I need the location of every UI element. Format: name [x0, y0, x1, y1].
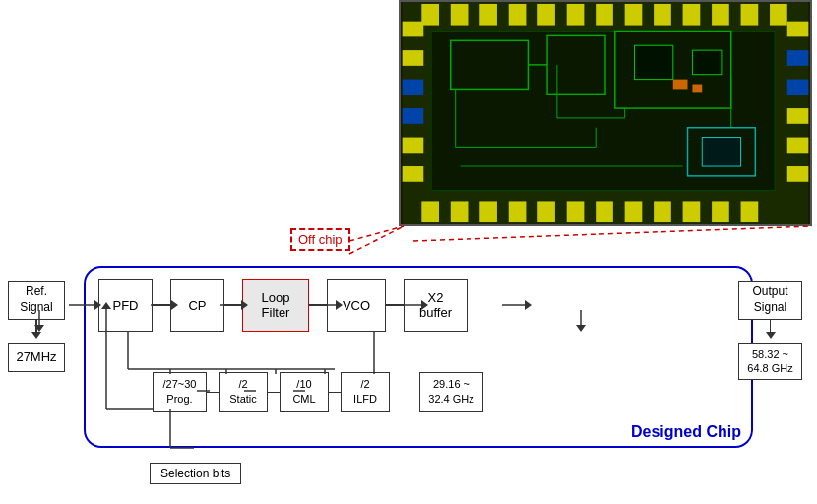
- svg-line-60: [413, 226, 812, 241]
- svg-rect-9: [625, 4, 643, 26]
- div2730-block: /27~30Prog.: [153, 372, 207, 412]
- sub-connector-2: [268, 392, 280, 394]
- svg-rect-2: [421, 4, 439, 26]
- svg-rect-4: [479, 4, 497, 26]
- loop-filter-label: LoopFilter: [262, 290, 290, 320]
- svg-rect-48: [673, 80, 688, 90]
- svg-rect-21: [596, 201, 613, 222]
- svg-rect-20: [567, 201, 585, 222]
- pcb-image: [399, 0, 812, 226]
- x2buffer-block: X2buffer: [404, 279, 468, 332]
- svg-rect-38: [787, 166, 809, 182]
- output-signal-box: OutputSignal: [738, 281, 802, 320]
- svg-rect-15: [421, 201, 439, 222]
- svg-rect-29: [403, 80, 424, 95]
- svg-rect-3: [451, 4, 469, 26]
- svg-rect-32: [403, 166, 424, 182]
- off-chip-text: Off chip: [298, 232, 343, 247]
- svg-rect-27: [403, 22, 424, 37]
- svg-rect-37: [787, 138, 809, 154]
- svg-rect-6: [537, 4, 555, 26]
- output-freq-label: 58.32 ~64.8 GHz: [747, 347, 792, 376]
- off-chip-label: Off chip: [290, 228, 350, 251]
- svg-line-58: [349, 226, 404, 241]
- svg-rect-36: [787, 108, 809, 124]
- svg-rect-24: [683, 201, 701, 222]
- svg-rect-47: [702, 138, 740, 166]
- svg-rect-16: [451, 201, 469, 222]
- svg-rect-26: [741, 201, 759, 222]
- main-container: Off chip Ref.Signal 27MHz Designed Chip …: [0, 0, 817, 504]
- div10-cml-block: /10CML: [280, 372, 329, 412]
- ref-signal-group: Ref.Signal 27MHz: [8, 281, 65, 372]
- sub-connector-3: [329, 392, 341, 394]
- connector-vco-x2: [386, 304, 404, 306]
- svg-rect-30: [403, 108, 424, 124]
- output-signal-group: OutputSignal 58.32 ~64.8 GHz: [738, 281, 802, 380]
- svg-rect-14: [770, 4, 787, 26]
- selection-bits-box: Selection bits: [150, 463, 241, 484]
- svg-rect-45: [692, 50, 721, 75]
- connector-lf-vco: [309, 304, 327, 306]
- designed-chip-label: Designed Chip: [631, 423, 741, 441]
- svg-rect-34: [787, 50, 809, 66]
- loop-filter-block: LoopFilter: [242, 279, 309, 332]
- vco-block: VCO: [327, 279, 386, 332]
- svg-rect-10: [654, 4, 671, 26]
- pfd-block: PFD: [98, 279, 153, 332]
- svg-rect-8: [596, 4, 613, 26]
- div2-static-block: /2Static: [219, 372, 268, 412]
- svg-rect-33: [787, 22, 809, 37]
- ref-freq-label: 27MHz: [16, 349, 56, 366]
- svg-rect-19: [537, 201, 555, 222]
- svg-rect-17: [479, 201, 497, 222]
- svg-rect-12: [712, 4, 729, 26]
- svg-rect-23: [654, 201, 671, 222]
- sub-connector-1: [207, 392, 219, 394]
- ref-signal-box: Ref.Signal: [8, 281, 65, 320]
- svg-rect-18: [509, 201, 527, 222]
- output-signal-label: OutputSignal: [752, 284, 787, 315]
- connector-cp-lf: [224, 304, 242, 306]
- ref-signal-label: Ref.Signal: [20, 284, 52, 315]
- svg-rect-13: [741, 4, 759, 26]
- svg-line-59: [349, 226, 404, 254]
- output-freq-box: 58.32 ~64.8 GHz: [738, 343, 802, 380]
- div2730-label: /27~30Prog.: [163, 378, 197, 405]
- selection-bits-label: Selection bits: [160, 467, 230, 480]
- selection-bits-group: Selection bits: [150, 463, 241, 484]
- svg-rect-35: [787, 80, 809, 95]
- freq-range-label: 29.16 ~32.4 GHz: [428, 378, 473, 405]
- div2-ilfd-block: /2ILFD: [341, 372, 390, 412]
- svg-rect-44: [634, 45, 672, 79]
- svg-rect-7: [567, 4, 585, 26]
- svg-rect-49: [692, 85, 702, 93]
- sub-blocks-row: /27~30Prog. /2Static /10CML /2ILFD 29.16…: [153, 372, 483, 412]
- svg-rect-22: [625, 201, 643, 222]
- div10-cml-label: /10CML: [292, 378, 315, 405]
- svg-rect-11: [683, 4, 701, 26]
- freq-range-block: 29.16 ~32.4 GHz: [419, 372, 483, 412]
- div2-ilfd-label: /2ILFD: [353, 378, 377, 405]
- div2-static-label: /2Static: [229, 378, 257, 405]
- cp-block: CP: [170, 279, 224, 332]
- svg-rect-31: [403, 138, 424, 154]
- svg-rect-28: [403, 50, 424, 66]
- ref-freq-box: 27MHz: [8, 343, 65, 372]
- main-blocks-row: PFD CP LoopFilter VCO X2buffer: [98, 279, 468, 332]
- svg-rect-5: [509, 4, 527, 26]
- connector-pfd-cp: [153, 304, 170, 306]
- x2buffer-label: X2buffer: [419, 290, 452, 320]
- svg-rect-25: [712, 201, 729, 222]
